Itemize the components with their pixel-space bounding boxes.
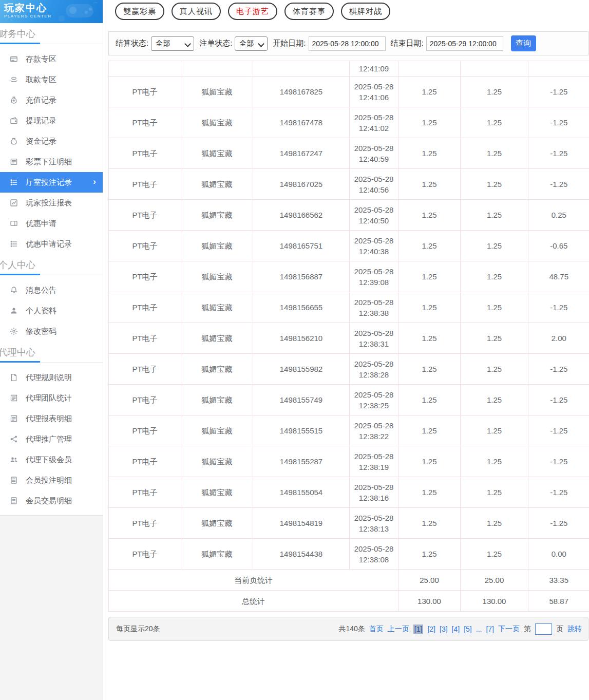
sidebar-item[interactable]: 会员投注明细 › (0, 470, 103, 490)
game-type-cell: PT电子 (109, 415, 181, 446)
game-category-tab[interactable]: 电子游艺 (228, 3, 277, 20)
sidebar-item[interactable]: 代理报表明细 › (0, 408, 103, 429)
winloss-cell: -1.25 (528, 169, 589, 200)
order-number-cell: 1498155515 (253, 415, 350, 446)
section-divider (0, 274, 103, 275)
page-summary-label: 当前页统计 (109, 570, 398, 591)
prev-page-link[interactable]: 上一页 (388, 625, 409, 634)
time-cell: 2025-05-28 12:40:59 (350, 138, 398, 169)
game-name-cell: 狐媚宝藏 (181, 477, 253, 508)
sidebar-item[interactable]: 提现记录 › (0, 110, 103, 131)
game-category-tab[interactable]: 雙赢彩票 (115, 3, 164, 20)
sidebar-item[interactable]: 玩家投注报表 › (0, 193, 103, 213)
valid-bet-cell: 1.25 (461, 477, 528, 508)
game-category-tab[interactable]: 真人视讯 (172, 3, 221, 20)
sidebar-item[interactable]: 彩票下注明细 › (0, 152, 103, 172)
sidebar-item[interactable]: 优惠申请记录 › (0, 234, 103, 254)
table-row: PT电子 狐媚宝藏 1498156210 2025-05-28 12:38:31… (109, 323, 589, 354)
sidebar-item[interactable]: 资金记录 › (0, 131, 103, 152)
users-icon (10, 456, 18, 464)
sidebar-item[interactable]: 修改密码 › (0, 321, 103, 342)
page-jump-input[interactable] (535, 623, 552, 635)
game-name-cell: 狐媚宝藏 (181, 508, 253, 539)
sidebar: 玩家中心 PLAYERS CENTER 财务中心 存款专区 › (0, 0, 103, 700)
sidebar-item[interactable]: 会员交易明细 › (0, 490, 103, 511)
sidebar-item[interactable]: 充值记录 › (0, 90, 103, 110)
jump-prefix-label: 第 (524, 625, 531, 634)
sidebar-item[interactable]: 消息公告 › (0, 280, 103, 300)
table-row: PT电子 狐媚宝藏 1498167478 2025-05-28 12:41:02… (109, 107, 589, 138)
game-type-cell: PT电子 (109, 261, 181, 292)
time-cell: 2025-05-28 12:39:08 (350, 261, 398, 292)
gamepad-icon (50, 1, 100, 23)
first-page-link[interactable]: 首页 (369, 625, 384, 634)
page-number-link[interactable]: [1] (413, 625, 424, 634)
settle-status-label: 结算状态: (116, 39, 148, 48)
order-number-cell: 1498155982 (253, 354, 350, 385)
bell-icon (10, 286, 18, 294)
sidebar-item[interactable]: 代理推广管理 › (0, 429, 103, 449)
report-icon (10, 414, 18, 423)
valid-bet-cell: 1.25 (461, 77, 528, 107)
valid-bet-cell: 1.25 (461, 323, 528, 354)
order-status-select[interactable]: 全部 (235, 36, 268, 51)
page-number-link[interactable]: [5] (464, 625, 472, 633)
sidebar-item-label: 代理下级会员 (26, 455, 72, 465)
time-cell: 2025-05-28 12:38:16 (350, 477, 398, 508)
sidebar-item[interactable]: 存款专区 › (0, 49, 103, 69)
jump-button[interactable]: 跳转 (567, 625, 582, 634)
personal-nav-list: 消息公告 › 个人资料 › 修改密码 › (0, 280, 103, 342)
settle-status-select[interactable]: 全部 (151, 36, 194, 51)
winloss-cell: -1.25 (528, 138, 589, 169)
sidebar-item[interactable]: 代理下级会员 › (0, 449, 103, 470)
pagination-bar: 每页显示20条 共140条 首页 上一页 [1] [2] [3] [4] (108, 617, 588, 641)
page-number-link[interactable]: ... (476, 625, 482, 633)
start-date-input[interactable] (309, 36, 386, 51)
page-number-link[interactable]: [3] (440, 625, 448, 633)
table-row: PT电子 狐媚宝藏 1498165751 2025-05-28 12:40:38… (109, 231, 589, 261)
order-number-cell: 1498155749 (253, 385, 350, 415)
section-title-finance: 财务中心 (0, 27, 103, 41)
section-title-personal: 个人中心 (0, 258, 103, 272)
user-icon (10, 307, 18, 315)
table-row: PT电子 狐媚宝藏 1498155287 2025-05-28 12:38:19… (109, 446, 589, 477)
search-button[interactable]: 查询 (511, 35, 536, 51)
page-number-link[interactable]: [2] (427, 625, 435, 633)
funds-record-icon (10, 137, 18, 145)
sidebar-item[interactable]: 取款专区 › (0, 69, 103, 90)
game-type-cell: PT电子 (109, 385, 181, 415)
game-category-tabs: 雙赢彩票 真人视讯 电子游艺 体育赛事 棋牌对战 (108, 3, 589, 20)
sidebar-item-label: 个人资料 (26, 306, 56, 316)
game-name-cell: 狐媚宝藏 (181, 354, 253, 385)
order-number-cell: 1498156655 (253, 292, 350, 323)
time-cell: 2025-05-28 12:38:28 (350, 354, 398, 385)
table-row: PT电子 狐媚宝藏 1498154819 2025-05-28 12:38:13… (109, 508, 589, 539)
game-category-tab[interactable]: 体育赛事 (284, 3, 334, 20)
valid-bet-cell: 1.25 (461, 539, 528, 570)
order-number-cell: 1498154438 (253, 539, 350, 570)
sidebar-item-label: 修改密码 (26, 327, 56, 336)
sidebar-item[interactable]: 个人资料 › (0, 300, 103, 321)
sidebar-item[interactable]: 代理团队统计 › (0, 388, 103, 408)
winloss-cell: -1.25 (528, 107, 589, 138)
end-date-input[interactable] (426, 36, 503, 51)
sidebar-item-label: 优惠申请 (26, 219, 56, 229)
game-type-cell: PT电子 (109, 508, 181, 539)
sidebar-item-label: 充值记录 (26, 96, 56, 105)
sidebar-item[interactable]: 优惠申请 › (0, 213, 103, 234)
game-category-tab[interactable]: 棋牌对战 (341, 3, 390, 20)
total-summary-row: 总统计 130.00 130.00 58.87 (109, 591, 589, 612)
sidebar-item[interactable]: 代理规则说明 › (0, 367, 103, 388)
winloss-cell: 2.00 (528, 323, 589, 354)
page-number-link[interactable]: [4] (452, 625, 460, 633)
page-number-link[interactable]: [7] (486, 625, 494, 633)
share-icon (10, 435, 18, 443)
sidebar-item[interactable]: 厅室投注记录 › (0, 172, 103, 193)
next-page-link[interactable]: 下一页 (498, 625, 520, 634)
order-number-cell: 1498155287 (253, 446, 350, 477)
bet-amount-cell: 1.25 (398, 231, 461, 261)
time-cell: 2025-05-28 12:38:08 (350, 539, 398, 570)
game-type-cell: PT电子 (109, 477, 181, 508)
clipped-table-row: 12:41:09 (109, 61, 589, 77)
valid-bet-cell: 1.25 (461, 385, 528, 415)
